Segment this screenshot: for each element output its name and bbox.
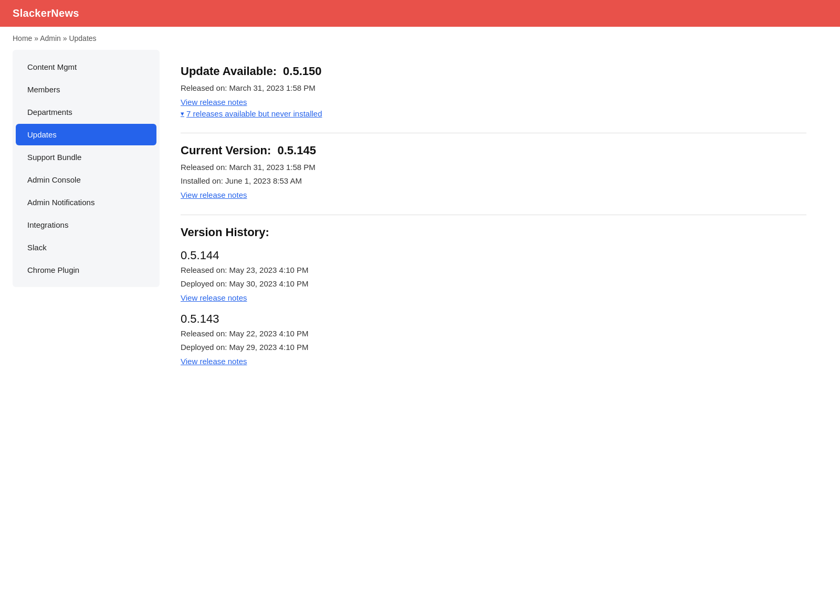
sidebar-item-departments[interactable]: Departments: [16, 101, 156, 123]
update-available-title: Update Available: 0.5.150: [181, 65, 806, 78]
update-available-released: Released on: March 31, 2023 1:58 PM: [181, 82, 806, 94]
app-logo: SlackerNews: [13, 7, 79, 19]
current-version-label: Current Version:: [181, 144, 271, 157]
sidebar-item-admin-notifications[interactable]: Admin Notifications: [16, 192, 156, 213]
sidebar-item-support-bundle[interactable]: Support Bundle: [16, 146, 156, 168]
breadcrumb: Home » Admin » Updates: [0, 27, 840, 50]
sidebar-item-members[interactable]: Members: [16, 79, 156, 100]
breadcrumb-admin[interactable]: Admin: [40, 34, 61, 43]
version-release-notes-link-1[interactable]: View release notes: [181, 357, 247, 366]
sidebar-item-admin-console[interactable]: Admin Console: [16, 169, 156, 190]
never-installed-releases-link[interactable]: 7 releases available but never installed: [181, 109, 806, 118]
update-available-version: 0.5.150: [283, 65, 321, 78]
update-available-label: Update Available:: [181, 65, 277, 78]
main-content: Update Available: 0.5.150 Released on: M…: [160, 50, 827, 381]
sidebar-item-slack[interactable]: Slack: [16, 237, 156, 258]
version-released-1: Released on: May 22, 2023 4:10 PM: [181, 328, 806, 340]
current-version-number: 0.5.145: [278, 144, 316, 157]
sidebar: Content Mgmt Members Departments Updates…: [13, 50, 160, 287]
breadcrumb-separator-1: »: [34, 34, 40, 43]
sidebar-item-updates[interactable]: Updates: [16, 124, 156, 145]
page-layout: Content Mgmt Members Departments Updates…: [0, 50, 840, 402]
app-header: SlackerNews: [0, 0, 840, 27]
update-available-release-notes-link[interactable]: View release notes: [181, 98, 247, 107]
version-deployed-1: Deployed on: May 29, 2023 4:10 PM: [181, 342, 806, 354]
current-version-section: Current Version: 0.5.145 Released on: Ma…: [181, 133, 806, 215]
version-history-section: Version History: 0.5.144 Released on: Ma…: [181, 215, 806, 381]
breadcrumb-home[interactable]: Home: [13, 34, 32, 43]
sidebar-item-chrome-plugin[interactable]: Chrome Plugin: [16, 259, 156, 281]
version-release-notes-link-0[interactable]: View release notes: [181, 293, 247, 302]
breadcrumb-separator-2: »: [63, 34, 69, 43]
version-history-title: Version History:: [181, 226, 806, 239]
version-number-1: 0.5.143: [181, 312, 806, 326]
version-entry-0: 0.5.144 Released on: May 23, 2023 4:10 P…: [181, 249, 806, 303]
version-deployed-0: Deployed on: May 30, 2023 4:10 PM: [181, 278, 806, 290]
update-available-section: Update Available: 0.5.150 Released on: M…: [181, 54, 806, 133]
version-entry-1: 0.5.143 Released on: May 22, 2023 4:10 P…: [181, 312, 806, 366]
version-released-0: Released on: May 23, 2023 4:10 PM: [181, 264, 806, 277]
breadcrumb-updates[interactable]: Updates: [69, 34, 96, 43]
sidebar-item-integrations[interactable]: Integrations: [16, 214, 156, 236]
current-version-released: Released on: March 31, 2023 1:58 PM: [181, 162, 806, 174]
current-version-title: Current Version: 0.5.145: [181, 144, 806, 157]
current-version-installed: Installed on: June 1, 2023 8:53 AM: [181, 175, 806, 187]
sidebar-item-content-mgmt[interactable]: Content Mgmt: [16, 56, 156, 78]
current-version-release-notes-link[interactable]: View release notes: [181, 190, 247, 199]
version-number-0: 0.5.144: [181, 249, 806, 262]
